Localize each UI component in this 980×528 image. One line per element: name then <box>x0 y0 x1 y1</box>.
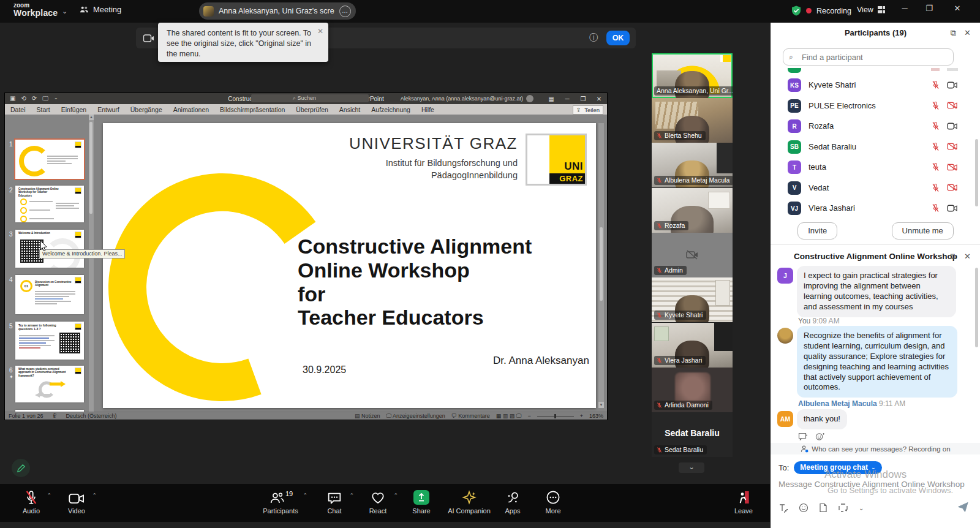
mic-muted-icon[interactable] <box>932 101 940 110</box>
attach-file-icon[interactable] <box>819 503 827 513</box>
banner-info-icon[interactable]: ⓘ <box>589 32 598 43</box>
chat-message[interactable]: thank you! <box>797 409 847 429</box>
video-tile-arlinda[interactable]: Arlinda Damoni <box>652 368 733 412</box>
window-maximize-button[interactable]: ❐ <box>920 4 938 13</box>
camera-on-icon[interactable] <box>947 81 957 89</box>
chat-scrollbar[interactable] <box>975 268 978 347</box>
ppt-restore-button[interactable]: ❐ <box>575 96 591 102</box>
emoji-icon[interactable] <box>799 503 809 513</box>
video-button[interactable]: ⌃ Video <box>59 489 94 515</box>
scroll-down-arrow-icon[interactable]: ▼ <box>598 402 604 408</box>
shared-screen-options-icon[interactable]: … <box>339 6 351 17</box>
comments-button[interactable]: 🗩 Kommentare <box>451 413 490 419</box>
participant-row[interactable]: SB Sedat Baraliu <box>771 137 980 157</box>
camera-off-icon[interactable] <box>947 102 957 109</box>
chat-privacy-note[interactable]: Who can see your messages? Recording on <box>771 443 980 454</box>
workspace-dropdown-icon[interactable]: ⌄ <box>62 7 67 15</box>
participants-popout-icon[interactable]: ⧉ <box>951 28 956 38</box>
leave-button[interactable]: Leave <box>726 489 761 515</box>
unmute-me-button[interactable]: Unmute me <box>892 222 954 239</box>
video-options-chevron[interactable]: ⌃ <box>92 492 97 499</box>
zoom-in-button[interactable]: + <box>580 413 583 419</box>
chat-options-chevron[interactable]: ⌃ <box>349 492 354 499</box>
camera-off-icon[interactable] <box>947 143 957 150</box>
chat-input[interactable]: Message Constructive Alignment Online Wo… <box>778 480 976 489</box>
mic-muted-icon[interactable] <box>932 183 940 192</box>
audio-button[interactable]: ⌃ Audio <box>13 489 49 515</box>
qat-dropdown-icon[interactable]: ⌄ <box>54 95 58 102</box>
zoom-out-button[interactable]: − <box>527 413 530 419</box>
add-reaction-icon[interactable] <box>815 432 824 441</box>
slide-thumbnail-5[interactable]: Try to answer to following questions 1-3… <box>15 322 84 360</box>
share-teilen-button[interactable]: ⇪ Teilen <box>573 105 603 115</box>
video-tile-vlera[interactable]: Vlera Jashari <box>652 323 733 368</box>
view-buttons[interactable]: ▦ ▥ ▨ 🖵 <box>496 413 522 420</box>
office-account[interactable]: Aleksanyan, Anna (anna.aleksanyan@uni-gr… <box>401 93 533 104</box>
security-shield-icon[interactable] <box>791 6 801 16</box>
video-tile-blerta[interactable]: Blerta Shehu <box>652 98 733 143</box>
participants-button[interactable]: 19 ⌃ Participants <box>257 489 304 515</box>
participant-row[interactable]: R Rozafa <box>771 116 980 137</box>
camera-off-icon[interactable] <box>947 164 957 171</box>
video-tile-admin[interactable]: Admin <box>652 233 733 277</box>
camera-off-icon[interactable] <box>947 184 957 191</box>
react-options-chevron[interactable]: ⌃ <box>393 492 398 499</box>
audio-options-chevron[interactable]: ⌃ <box>47 492 51 499</box>
video-tile-kyvete[interactable]: Kyvete Shatri <box>652 277 733 322</box>
chevron-down-icon[interactable]: ⌄ <box>859 505 864 511</box>
more-button[interactable]: More <box>537 489 570 515</box>
notes-button[interactable]: ▤ Notizen <box>355 413 380 419</box>
mic-muted-icon[interactable] <box>932 80 940 89</box>
ribbon-tab-uebergaenge[interactable]: Übergänge <box>125 106 168 113</box>
mic-muted-icon[interactable] <box>932 142 940 151</box>
ribbon-tab-aufzeichnung[interactable]: Aufzeichnung <box>366 106 416 113</box>
scrollbar-thumb[interactable] <box>89 122 92 214</box>
ribbon-tab-bildschirmpraesentation[interactable]: Bildschirmpräsentation <box>214 106 290 113</box>
ribbon-tab-start[interactable]: Start <box>31 106 56 113</box>
invite-button[interactable]: Invite <box>797 222 837 239</box>
zoom-level[interactable]: 163% <box>589 413 603 419</box>
ribbon-tab-hilfe[interactable]: Hilfe <box>416 106 440 113</box>
ribbon-tab-einfuegen[interactable]: Einfügen <box>56 106 92 113</box>
react-button[interactable]: ⌃ React <box>361 489 394 515</box>
banner-ok-button[interactable]: OK <box>606 31 630 45</box>
slide-thumbnail-3[interactable]: Welcome & Introduction <box>15 230 84 268</box>
ppt-minimize-button[interactable]: ─ <box>559 96 575 102</box>
window-close-button[interactable]: ✕ <box>948 4 967 13</box>
view-button[interactable]: View <box>857 6 886 14</box>
undo-icon[interactable]: ⟲ <box>21 95 26 102</box>
slide-thumbnail-panel[interactable]: 1 2 Constructive Alignment Online Worksh… <box>5 115 89 412</box>
slide-thumbnail-6[interactable]: What means students-centered approach in… <box>15 366 84 402</box>
ribbon-tab-animationen[interactable]: Animationen <box>168 106 214 113</box>
chat-sender[interactable]: Albulena Metaj Macula <box>798 399 877 408</box>
send-message-icon[interactable] <box>957 502 969 513</box>
thumbnail-scrollbar[interactable]: ▲ <box>89 115 94 412</box>
ppt-ribbon-display-icon[interactable]: ▦ <box>543 96 559 102</box>
ppt-close-button[interactable]: ✕ <box>591 96 607 102</box>
chat-button[interactable]: ⌃ Chat <box>318 489 350 515</box>
chat-message[interactable]: I expect to gain practical strategies fo… <box>797 266 956 317</box>
zoom-slider[interactable] <box>537 416 574 417</box>
format-text-icon[interactable] <box>778 503 788 513</box>
tab-shared-screen[interactable]: Anna Aleksanyan, Uni Graz's scre … <box>199 2 356 20</box>
to-target-dropdown[interactable]: Meeting group chat ⌄ <box>794 461 881 474</box>
camera-on-icon[interactable] <box>947 123 957 130</box>
mic-muted-icon[interactable] <box>932 121 940 130</box>
language-status[interactable]: Deutsch (Österreich) <box>66 413 117 419</box>
slideshow-icon[interactable]: 🖵 <box>42 95 48 102</box>
participant-row[interactable]: VJ Vlera Jashari <box>771 198 980 219</box>
participants-scrollbar[interactable] <box>975 139 978 206</box>
redo-icon[interactable]: ⟳ <box>32 95 37 102</box>
mic-muted-icon[interactable] <box>932 162 940 172</box>
powerpoint-search-box[interactable]: ⌕ Suchen <box>251 94 369 102</box>
slide-thumbnail-2[interactable]: Constructive Alignment Online Workshop f… <box>15 186 84 222</box>
video-tile-sedat[interactable]: Sedat Baraliu Sedat Baraliu <box>652 412 733 457</box>
annotation-pencil-button[interactable] <box>12 459 30 477</box>
tab-meeting[interactable]: Meeting <box>80 5 121 14</box>
video-tile-albulena[interactable]: Albulena Metaj Macula <box>652 143 733 187</box>
ribbon-tab-ueberpruefen[interactable]: Überprüfen <box>290 106 334 113</box>
video-tile-anna[interactable]: Anna Aleksanyan, Uni Gr... <box>652 53 733 98</box>
ai-companion-button[interactable]: AI Companion <box>445 489 494 515</box>
participant-row[interactable]: PE PULSE Electronics <box>771 96 980 116</box>
ribbon-tab-entwurf[interactable]: Entwurf <box>92 106 125 113</box>
